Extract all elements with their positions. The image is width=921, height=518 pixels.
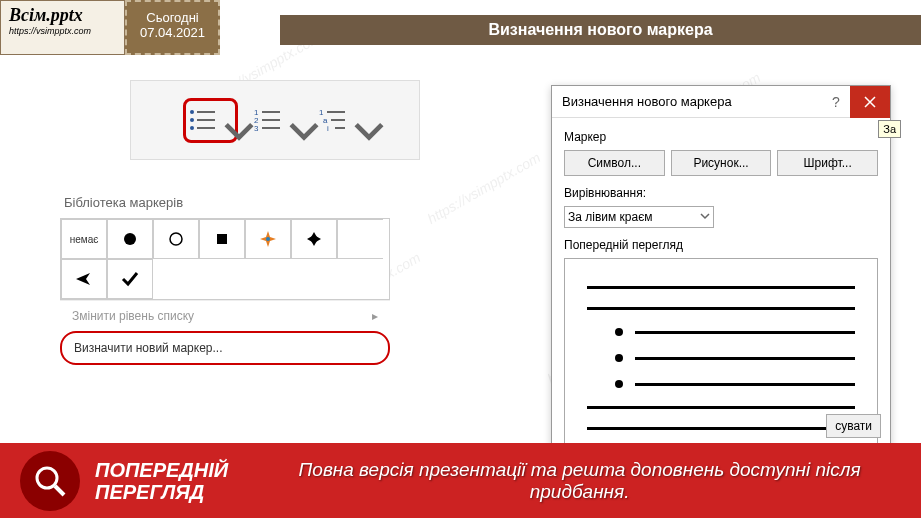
close-icon: [863, 95, 877, 109]
help-button[interactable]: ?: [822, 94, 850, 110]
check-icon: [120, 269, 140, 289]
define-new-marker[interactable]: Визначити новий маркер...: [60, 331, 390, 365]
ribbon-list-section: 1 2 3 1 a i: [130, 80, 420, 160]
svg-rect-15: [331, 119, 345, 121]
preview-line: [635, 357, 855, 360]
marker-check[interactable]: [107, 259, 153, 299]
date-badge: Сьогодні 07.04.2021: [125, 0, 220, 55]
marker-diamond4[interactable]: [245, 219, 291, 259]
svg-rect-1: [197, 111, 215, 113]
svg-point-21: [266, 237, 270, 241]
numbered-list-button[interactable]: 1 2 3: [248, 98, 303, 143]
close-button[interactable]: [850, 86, 890, 118]
svg-rect-11: [262, 127, 280, 129]
multilevel-list-icon: 1 a i: [317, 104, 349, 136]
cancel-button[interactable]: сувати: [826, 414, 881, 438]
marker-spacer: [337, 219, 383, 259]
picture-button[interactable]: Рисунок...: [671, 150, 772, 176]
bullet-icon: [615, 354, 623, 362]
preview-line: [635, 383, 855, 386]
bullet-icon: [615, 328, 623, 336]
bullet-icon: [615, 380, 623, 388]
diamond4-icon: [258, 229, 278, 249]
bullet-list-button[interactable]: [183, 98, 238, 143]
marker-label: Маркер: [564, 130, 878, 144]
footer-text: Повна версія презентації та решта доповн…: [258, 459, 901, 503]
preview-line: [587, 427, 855, 430]
dialog-titlebar: Визначення нового маркера ?: [552, 86, 890, 118]
chevron-down-icon[interactable]: [288, 115, 298, 125]
svg-rect-7: [262, 111, 280, 113]
marker-circle[interactable]: [153, 219, 199, 259]
svg-rect-17: [335, 127, 345, 129]
preview-label: Попередній перегляд: [564, 238, 878, 252]
marker-arrow[interactable]: [61, 259, 107, 299]
footer-label: ПОПЕРЕДНІЙ ПЕРЕГЛЯД: [95, 459, 228, 503]
svg-point-19: [170, 233, 182, 245]
arrow-icon: [74, 269, 94, 289]
footer-label-line2: ПЕРЕГЛЯД: [95, 481, 228, 503]
diamonds-icon: [304, 229, 324, 249]
svg-point-0: [190, 110, 194, 114]
svg-text:i: i: [327, 124, 329, 133]
marker-grid: немає: [60, 218, 390, 300]
marker-library-panel: Бібліотека маркерів немає: [60, 195, 390, 365]
chevron-down-icon: [700, 210, 710, 224]
watermark: https://vsimpptx.com: [425, 149, 543, 227]
svg-rect-5: [197, 127, 215, 129]
date-value: 07.04.2021: [131, 25, 214, 40]
font-button[interactable]: Шрифт...: [777, 150, 878, 176]
svg-point-18: [124, 233, 136, 245]
svg-point-2: [190, 118, 194, 122]
change-list-level[interactable]: Змінити рівень списку ▸: [60, 300, 390, 331]
symbol-button[interactable]: Символ...: [564, 150, 665, 176]
preview-line: [587, 307, 855, 310]
multilevel-list-button[interactable]: 1 a i: [313, 98, 368, 143]
bullet-list-icon: [187, 104, 219, 136]
page-title: Визначення нового маркера: [280, 15, 921, 45]
alignment-select[interactable]: За лівим краєм: [564, 206, 714, 228]
tooltip: За: [878, 120, 901, 138]
marker-diamonds[interactable]: [291, 219, 337, 259]
svg-point-22: [37, 468, 57, 488]
define-new-label: Визначити новий маркер...: [74, 341, 222, 355]
dialog-title: Визначення нового маркера: [562, 94, 822, 109]
preview-line: [635, 331, 855, 334]
preview-bullet-line: [615, 354, 855, 362]
svg-rect-9: [262, 119, 280, 121]
alignment-value: За лівим краєм: [568, 210, 653, 224]
footer-banner: ПОПЕРЕДНІЙ ПЕРЕГЛЯД Повна версія презент…: [0, 443, 921, 518]
chevron-right-icon: ▸: [372, 309, 378, 323]
disc-icon: [120, 229, 140, 249]
svg-text:3: 3: [254, 124, 259, 133]
magnifier-icon: [20, 451, 80, 511]
chevron-down-icon[interactable]: [223, 115, 233, 125]
library-title: Бібліотека маркерів: [60, 195, 390, 210]
footer-label-line1: ПОПЕРЕДНІЙ: [95, 459, 228, 481]
svg-line-23: [55, 486, 64, 495]
today-label: Сьогодні: [131, 10, 214, 25]
circle-icon: [166, 229, 186, 249]
preview-line: [587, 406, 855, 409]
change-level-label: Змінити рівень списку: [72, 309, 194, 323]
square-icon: [212, 229, 232, 249]
marker-disc[interactable]: [107, 219, 153, 259]
svg-point-4: [190, 126, 194, 130]
svg-rect-20: [217, 234, 227, 244]
logo-badge: Всім.pptx https://vsimpptx.com: [0, 0, 125, 55]
logo-url: https://vsimpptx.com: [9, 26, 116, 36]
chevron-down-icon[interactable]: [353, 115, 363, 125]
preview-line: [587, 286, 855, 289]
alignment-label: Вирівнювання:: [564, 186, 878, 200]
logo-text: Всім.pptx: [9, 5, 116, 26]
preview-bullet-line: [615, 328, 855, 336]
preview-bullet-line: [615, 380, 855, 388]
svg-rect-13: [327, 111, 345, 113]
numbered-list-icon: 1 2 3: [252, 104, 284, 136]
marker-none[interactable]: немає: [61, 219, 107, 259]
marker-square[interactable]: [199, 219, 245, 259]
svg-rect-3: [197, 119, 215, 121]
